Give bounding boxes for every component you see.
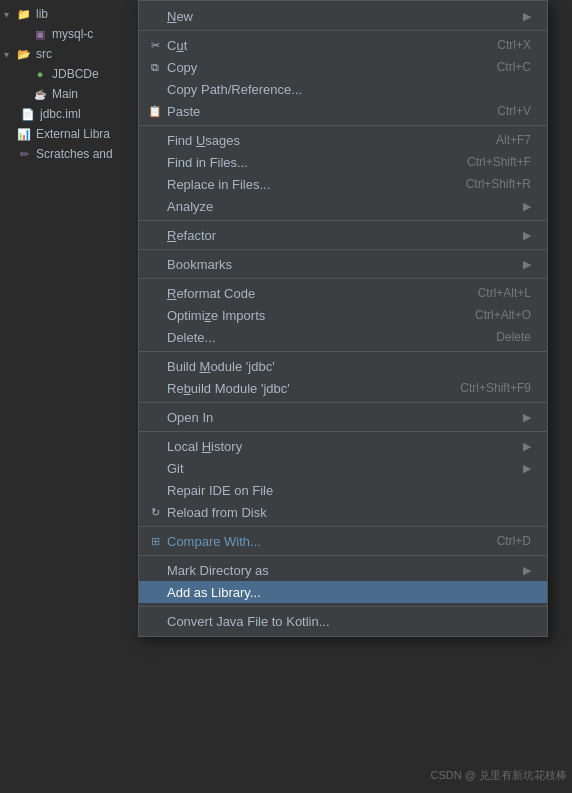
menu-item-bookmarks[interactable]: Bookmarks ▶: [139, 253, 547, 275]
menu-label-mark-dir: Mark Directory as: [167, 563, 519, 578]
menu-label-copy-path: Copy Path/Reference...: [167, 82, 531, 97]
separator: [139, 431, 547, 432]
menu-item-optimize[interactable]: Optimize Imports Ctrl+Alt+O: [139, 304, 547, 326]
menu-label-compare-with: Compare With...: [167, 534, 477, 549]
submenu-arrow: ▶: [523, 462, 531, 475]
menu-item-new[interactable]: New ▶: [139, 5, 547, 27]
tree-item-label: jdbc.iml: [40, 107, 81, 121]
java-icon: ☕: [32, 86, 48, 102]
menu-item-local-history[interactable]: Local History ▶: [139, 435, 547, 457]
separator: [139, 606, 547, 607]
menu-label-reload: Reload from Disk: [167, 505, 531, 520]
lib-icon: 📊: [16, 126, 32, 142]
menu-item-rebuild-module[interactable]: Rebuild Module 'jdbc' Ctrl+Shift+F9: [139, 377, 547, 399]
shortcut-delete: Delete: [496, 330, 531, 344]
menu-label-analyze: Analyze: [167, 199, 519, 214]
shortcut-find-usages: Alt+F7: [496, 133, 531, 147]
menu-item-build-module[interactable]: Build Module 'jdbc': [139, 355, 547, 377]
tree-item-lib[interactable]: ▾ 📁 lib: [0, 4, 130, 24]
cut-icon: ✂: [147, 39, 163, 52]
menu-item-mark-dir[interactable]: Mark Directory as ▶: [139, 559, 547, 581]
tree-item-mysql[interactable]: ▣ mysql-c: [0, 24, 130, 44]
menu-label-rebuild-module: Rebuild Module 'jdbc': [167, 381, 440, 396]
submenu-arrow: ▶: [523, 229, 531, 242]
menu-label-bookmarks: Bookmarks: [167, 257, 519, 272]
menu-item-cut[interactable]: ✂ Cut Ctrl+X: [139, 34, 547, 56]
menu-item-compare-with[interactable]: ⊞ Compare With... Ctrl+D: [139, 530, 547, 552]
menu-label-reformat: Reformat Code: [167, 286, 458, 301]
tree-item-label: Scratches and: [36, 147, 113, 161]
menu-label-add-library: Add as Library...: [167, 585, 531, 600]
tree-item-label: JDBCDe: [52, 67, 99, 81]
shortcut-find-files: Ctrl+Shift+F: [467, 155, 531, 169]
tree-item-main[interactable]: ☕ Main: [0, 84, 130, 104]
separator: [139, 30, 547, 31]
separator: [139, 555, 547, 556]
tree-item-jdbc-iml[interactable]: 📄 jdbc.iml: [0, 104, 130, 124]
menu-item-find-files[interactable]: Find in Files... Ctrl+Shift+F: [139, 151, 547, 173]
separator: [139, 351, 547, 352]
menu-label-optimize: Optimize Imports: [167, 308, 455, 323]
reload-icon: ↻: [147, 506, 163, 519]
menu-item-analyze[interactable]: Analyze ▶: [139, 195, 547, 217]
shortcut-optimize: Ctrl+Alt+O: [475, 308, 531, 322]
menu-item-reload[interactable]: ↻ Reload from Disk: [139, 501, 547, 523]
folder-icon: 📂: [16, 46, 32, 62]
menu-item-copy-path[interactable]: Copy Path/Reference...: [139, 78, 547, 100]
menu-label-replace-files: Replace in Files...: [167, 177, 446, 192]
tree-item-src[interactable]: ▾ 📂 src: [0, 44, 130, 64]
shortcut-replace-files: Ctrl+Shift+R: [466, 177, 531, 191]
jar-icon: ▣: [32, 26, 48, 42]
tree-item-label: src: [36, 47, 52, 61]
tree-item-scratches[interactable]: ✏ Scratches and: [0, 144, 130, 164]
separator: [139, 278, 547, 279]
project-tree: ▾ 📁 lib ▣ mysql-c ▾ 📂 src ● JDBCDe ☕ Mai…: [0, 0, 130, 793]
menu-item-paste[interactable]: 📋 Paste Ctrl+V: [139, 100, 547, 122]
package-icon: ●: [32, 66, 48, 82]
shortcut-rebuild: Ctrl+Shift+F9: [460, 381, 531, 395]
watermark: CSDN @ 兑里有新坑花枝棒: [431, 768, 567, 783]
copy-icon: ⧉: [147, 61, 163, 74]
menu-item-reformat[interactable]: Reformat Code Ctrl+Alt+L: [139, 282, 547, 304]
menu-item-add-library[interactable]: Add as Library...: [139, 581, 547, 603]
shortcut-paste: Ctrl+V: [497, 104, 531, 118]
menu-item-copy[interactable]: ⧉ Copy Ctrl+C: [139, 56, 547, 78]
xml-icon: 📄: [20, 106, 36, 122]
context-menu: New ▶ ✂ Cut Ctrl+X ⧉ Copy Ctrl+C Copy Pa…: [138, 0, 548, 637]
menu-label-find-usages: Find Usages: [167, 133, 476, 148]
menu-item-git[interactable]: Git ▶: [139, 457, 547, 479]
tree-item-external-lib[interactable]: 📊 External Libra: [0, 124, 130, 144]
submenu-arrow: ▶: [523, 200, 531, 213]
folder-icon: 📁: [16, 6, 32, 22]
submenu-arrow: ▶: [523, 440, 531, 453]
separator: [139, 526, 547, 527]
menu-item-repair-ide[interactable]: Repair IDE on File: [139, 479, 547, 501]
tree-item-label: lib: [36, 7, 48, 21]
separator: [139, 249, 547, 250]
tree-item-label: mysql-c: [52, 27, 93, 41]
menu-label-cut: Cut: [167, 38, 477, 53]
menu-item-replace-files[interactable]: Replace in Files... Ctrl+Shift+R: [139, 173, 547, 195]
menu-item-refactor[interactable]: Refactor ▶: [139, 224, 547, 246]
submenu-arrow: ▶: [523, 411, 531, 424]
menu-label-new: New: [167, 9, 519, 24]
tree-item-label: Main: [52, 87, 78, 101]
menu-item-delete[interactable]: Delete... Delete: [139, 326, 547, 348]
menu-label-refactor: Refactor: [167, 228, 519, 243]
separator: [139, 402, 547, 403]
submenu-arrow: ▶: [523, 564, 531, 577]
menu-label-convert-kotlin: Convert Java File to Kotlin...: [167, 614, 531, 629]
submenu-arrow: ▶: [523, 10, 531, 23]
menu-label-paste: Paste: [167, 104, 477, 119]
menu-item-convert-kotlin[interactable]: Convert Java File to Kotlin...: [139, 610, 547, 632]
menu-item-open-in[interactable]: Open In ▶: [139, 406, 547, 428]
menu-label-open-in: Open In: [167, 410, 519, 425]
menu-label-copy: Copy: [167, 60, 477, 75]
scratch-icon: ✏: [16, 146, 32, 162]
menu-label-find-files: Find in Files...: [167, 155, 447, 170]
tree-item-jdbcde[interactable]: ● JDBCDe: [0, 64, 130, 84]
arrow-icon: ▾: [4, 9, 16, 20]
shortcut-cut: Ctrl+X: [497, 38, 531, 52]
menu-item-find-usages[interactable]: Find Usages Alt+F7: [139, 129, 547, 151]
paste-icon: 📋: [147, 105, 163, 118]
